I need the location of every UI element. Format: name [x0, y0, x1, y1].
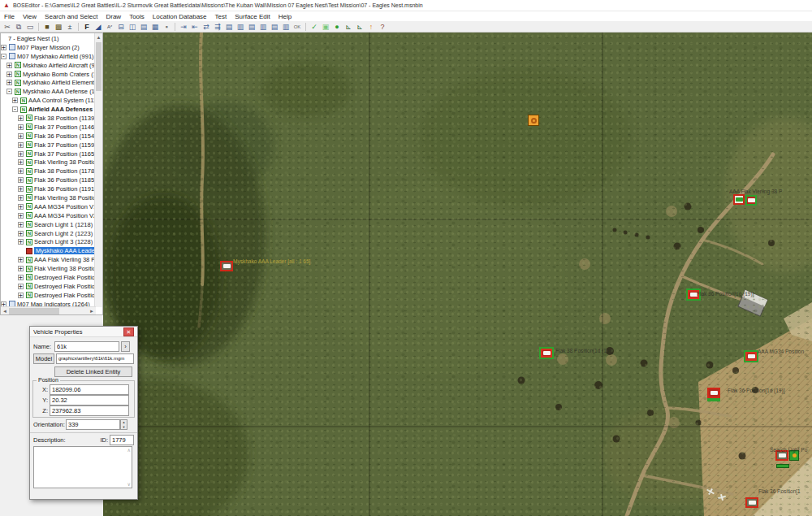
align-3-icon[interactable]: ▤ [247, 22, 257, 32]
tree-item[interactable]: +NDestroyed Flak Position (1259 [1, 291, 96, 300]
search-light-marker-b[interactable] [789, 450, 799, 461]
tree-item[interactable]: +Myskhako AAA Leader (1233 [1, 246, 96, 255]
vierling-marker-b[interactable] [745, 195, 757, 206]
tree-item[interactable]: -NAirfield AAA Defenses (1138) [1, 105, 96, 114]
selected-object-marker[interactable] [528, 115, 539, 126]
link-prev-icon[interactable]: ⇤ [190, 22, 200, 32]
tree-item[interactable]: +NMskhako Airfield Aircraft (992) [1, 61, 96, 70]
delete-linked-entity-button[interactable]: Delete Linked Entity [54, 366, 132, 377]
tree-vertical-scrollbar[interactable]: ▲ [94, 33, 102, 307]
flak-36-marker-2[interactable] [707, 388, 720, 398]
expand-box[interactable]: + [18, 257, 24, 262]
tree-item[interactable]: +NAAA MG34 Position V1 (1204 [1, 202, 96, 211]
tree-item[interactable]: +NFlak 37 Position (1159) [1, 141, 96, 150]
align-4-icon[interactable]: ▥ [258, 22, 268, 32]
help-icon[interactable]: ? [378, 22, 387, 32]
expand-box[interactable]: + [18, 133, 24, 139]
close-icon[interactable]: ✕ [123, 327, 134, 336]
label-style-icon[interactable]: Aᶻ [105, 22, 114, 32]
tree-item[interactable]: +NFlak Vierling 38 Position (119 [1, 193, 96, 202]
align-6-icon[interactable]: ▥ [281, 22, 291, 32]
font-icon[interactable]: F [82, 22, 92, 32]
expand-box[interactable]: + [18, 266, 24, 271]
name-input[interactable] [54, 341, 119, 352]
tree-item[interactable]: +NSearch Light 2 (1223) [1, 229, 96, 238]
scroll-right-icon[interactable]: ► [88, 309, 96, 314]
search-light-marker-a[interactable] [775, 450, 788, 461]
expand-box[interactable]: + [18, 115, 24, 121]
id-value[interactable] [110, 435, 134, 445]
map-canvas[interactable]: Myskhako AAA Leader [all : 1 65]Flak 36 … [103, 33, 812, 516]
collapse-box[interactable]: - [12, 106, 18, 112]
tree-item[interactable]: +NSearch Light 1 (1218) [1, 220, 96, 229]
menu-view[interactable]: View [19, 13, 41, 20]
axes-1-icon[interactable]: ⊾ [343, 22, 353, 32]
tree-item[interactable]: +NFlak 37 Position (1146) [1, 123, 96, 132]
tree-item[interactable]: +7 - Eagles Nest (1) [1, 34, 96, 43]
scroll-up-icon[interactable]: ∧ [127, 448, 131, 453]
scroll-down-icon[interactable]: ∨ [127, 482, 131, 487]
mg34-marker[interactable] [744, 350, 758, 362]
collapse-box[interactable]: - [1, 54, 6, 59]
expand-box[interactable]: + [6, 72, 12, 77]
green-dot-icon[interactable]: ● [332, 22, 342, 32]
small-dot-icon[interactable]: ▪ [162, 22, 171, 32]
tree-item[interactable]: +NMyskhako Airfield Elements (1065 [1, 78, 96, 87]
orientation-spinner[interactable]: ▲▼ [120, 419, 127, 430]
expand-box[interactable]: + [18, 284, 24, 289]
x-input[interactable] [50, 384, 129, 395]
flak-36-marker-3[interactable] [745, 497, 758, 508]
tree-horizontal-scrollbar[interactable]: ◄ ► [1, 306, 96, 314]
expand-box[interactable]: + [18, 124, 24, 130]
name-expand-button[interactable]: › [121, 341, 130, 352]
aaa-leader-marker[interactable] [220, 261, 233, 271]
z-input[interactable] [50, 405, 129, 416]
expand-box[interactable]: + [18, 213, 24, 219]
align-1-icon[interactable]: ▤ [224, 22, 234, 32]
tree-item[interactable]: +NFlak 36 Position (1154) [1, 132, 96, 141]
tree-item[interactable]: +NFlak Vierling 38 Position (117 [1, 158, 96, 167]
collapse-box[interactable]: - [6, 89, 12, 94]
menu-search-and-select[interactable]: Search and Select [41, 13, 102, 20]
expand-box[interactable]: + [6, 63, 12, 68]
view-split-h-icon[interactable]: ⊟ [116, 22, 126, 32]
tree-item[interactable]: +NDestroyed Flak Position (1254 [1, 282, 96, 291]
expand-box[interactable]: + [18, 293, 24, 298]
spin-down-icon[interactable]: ▼ [121, 425, 127, 430]
tree-item[interactable]: +NDestroyed Flak Position (1249 [1, 273, 96, 282]
tree-item[interactable]: -NMyskhako AAA Defense (1118) [1, 87, 96, 96]
link-multi-icon[interactable]: ⇶ [213, 22, 222, 32]
menu-surface-edit[interactable]: Surface Edit [231, 13, 274, 20]
menu-test[interactable]: Test [211, 13, 231, 20]
menu-draw[interactable]: Draw [102, 13, 125, 20]
flak-36-marker[interactable] [686, 288, 701, 301]
expand-box[interactable]: + [18, 231, 24, 236]
menu-location-database[interactable]: Location Database [149, 13, 211, 20]
copy-icon[interactable]: ⧉ [14, 22, 24, 32]
expand-box[interactable]: + [1, 45, 6, 50]
tree-item[interactable]: +NAAA Control System (1119) [1, 96, 96, 105]
align-2-icon[interactable]: ▥ [235, 22, 245, 32]
paste-icon[interactable]: ▭ [25, 22, 35, 32]
link-next-icon[interactable]: ⇥ [179, 22, 188, 32]
description-textarea[interactable]: ∧ ∨ [33, 446, 132, 488]
dialog-title-bar[interactable]: Vehicle Properties ✕ [30, 327, 137, 337]
plus-minus-icon[interactable]: ± [65, 22, 75, 32]
expand-box[interactable]: + [18, 142, 24, 148]
vierling-marker-a[interactable] [733, 194, 745, 205]
tree-item[interactable]: +NFlak Vierling 38 Position (124 [1, 264, 96, 273]
cut-icon[interactable]: ✂ [2, 22, 12, 32]
fill-brown-icon[interactable]: ▩ [54, 22, 63, 32]
expand-box[interactable]: + [18, 239, 24, 245]
view-grid-icon[interactable]: ▦ [150, 22, 160, 32]
tree-item[interactable]: +NAAA MG34 Position V2 (1211 [1, 211, 96, 220]
ok-toggle-icon[interactable]: OK [292, 22, 302, 32]
green-box-icon[interactable]: ▣ [321, 22, 330, 32]
expand-box[interactable]: + [18, 195, 24, 201]
scrollbar-thumb[interactable] [9, 308, 59, 314]
menu-help[interactable]: Help [274, 13, 296, 20]
menu-tools[interactable]: Tools [125, 13, 149, 20]
expand-box[interactable]: + [12, 98, 18, 103]
expand-box[interactable]: + [18, 222, 24, 228]
check-valid-icon[interactable]: ✓ [309, 22, 319, 32]
